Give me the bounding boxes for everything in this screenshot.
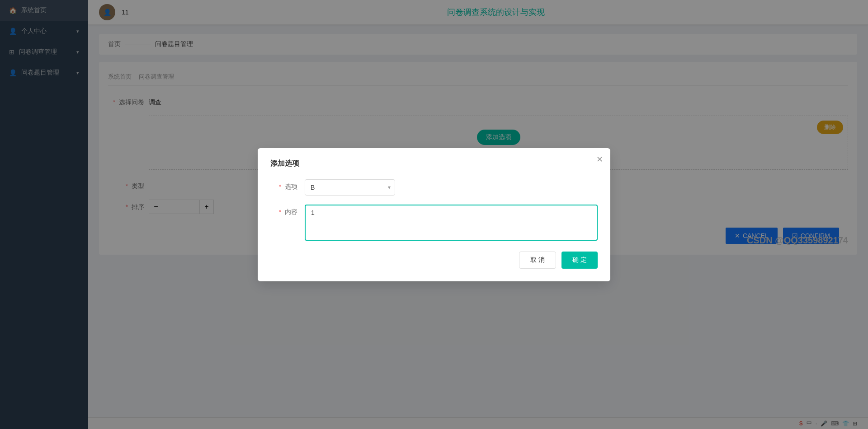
dialog-content-textarea[interactable]: 1 — [305, 205, 598, 241]
option-select-wrapper: A B C D ▾ — [305, 179, 395, 196]
dialog-content-label: * 内容 — [270, 205, 297, 216]
add-option-dialog: 添加选项 ✕ * 选项 A B C D ▾ * 内容 — [258, 148, 610, 281]
dialog-close-button[interactable]: ✕ — [596, 155, 603, 163]
dialog-cancel-button[interactable]: 取 消 — [519, 252, 556, 269]
dialog-confirm-button[interactable]: 确 定 — [561, 252, 598, 269]
modal-overlay[interactable]: 添加选项 ✕ * 选项 A B C D ▾ * 内容 — [0, 0, 868, 429]
dialog-option-label: * 选项 — [270, 179, 297, 191]
dialog-title: 添加选项 — [270, 159, 598, 168]
dialog-footer: 取 消 确 定 — [270, 252, 598, 269]
option-select[interactable]: A B C D — [305, 179, 395, 196]
dialog-option-row: * 选项 A B C D ▾ — [270, 179, 598, 196]
dialog-content-row: * 内容 1 — [270, 205, 598, 241]
